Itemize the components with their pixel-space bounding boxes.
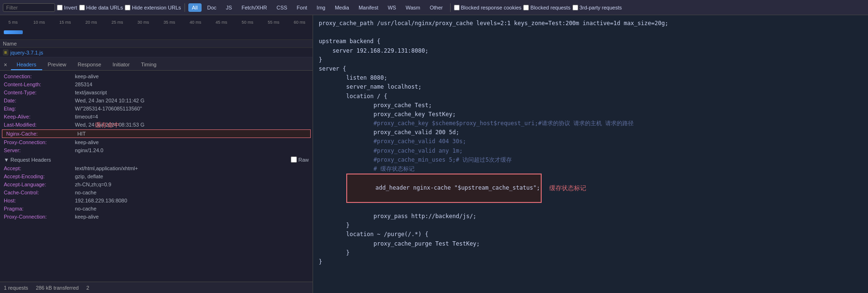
- cache-status-annotation: 缓存状态标记: [549, 183, 586, 193]
- tick-15ms: 15 ms: [52, 20, 78, 25]
- tab-timing[interactable]: Timing: [135, 60, 162, 70]
- hide-extension-urls-checkbox[interactable]: [125, 5, 130, 10]
- extra-count: 2: [86, 285, 89, 291]
- code-line-16: #proxy_cache_min_uses 5;# 访问超过5次才缓存: [319, 156, 862, 165]
- header-row-cache-control: Cache-Control: no-cache: [0, 189, 313, 197]
- transferred-size: 286 kB transferred: [36, 285, 79, 291]
- code-line-21: }: [319, 221, 862, 230]
- js-file-icon: ≡: [3, 49, 9, 55]
- file-name: jquery-3.7.1.js: [10, 50, 43, 55]
- hide-data-urls-checkbox[interactable]: [79, 5, 85, 10]
- raw-checkbox-container[interactable]: Raw: [291, 156, 309, 163]
- code-line-4: server 192.168.229.131:8080;: [319, 46, 862, 55]
- tick-20ms: 20 ms: [78, 20, 104, 25]
- code-line-11: proxy_cache_key TestKey;: [319, 110, 862, 119]
- timeline-bar: 5 ms 10 ms 15 ms 20 ms 25 ms 30 ms 35 ms…: [0, 15, 313, 40]
- code-line-25: }: [319, 257, 862, 266]
- toolbar: Invert Hide data URLs Hide extension URL…: [0, 0, 868, 15]
- name-column-header: Name: [0, 40, 313, 48]
- code-line-14: #proxy_cache_valid 404 30s;: [319, 137, 862, 146]
- header-row-proxy-connection: Proxy-Connection: keep-alive: [0, 138, 313, 146]
- code-line-8: server_name localhost;: [319, 82, 862, 92]
- tick-40ms: 40 ms: [182, 20, 208, 25]
- detail-panel: × Headers Preview Response Initiator Tim…: [0, 57, 313, 293]
- header-row-content-length: Content-Length: 285314: [0, 81, 313, 89]
- code-line-22: location ~ /purge(/.*) {: [319, 230, 862, 239]
- code-line-15: #proxy_cache_valid any 1m;: [319, 146, 862, 156]
- filter-input[interactable]: [3, 3, 55, 12]
- timeline-ticks: 5 ms 10 ms 15 ms 20 ms 25 ms 30 ms 35 ms…: [0, 15, 313, 25]
- request-count: 1 requests: [4, 285, 28, 291]
- header-row-keep-alive: Keep-Alive: timeout=4: [0, 113, 313, 121]
- tabs-bar: × Headers Preview Response Initiator Tim…: [0, 57, 313, 71]
- code-line-23: proxy_cache_purge Test TestKey;: [319, 239, 862, 248]
- blocked-response-checkbox[interactable]: [454, 5, 460, 10]
- tick-5ms: 5 ms: [0, 20, 26, 25]
- close-button[interactable]: ×: [0, 60, 11, 70]
- left-panel: 5 ms 10 ms 15 ms 20 ms 25 ms 30 ms 35 ms…: [0, 15, 313, 293]
- filter-btn-all[interactable]: All: [188, 3, 202, 12]
- invert-checkbox[interactable]: [57, 5, 63, 10]
- code-line-24: }: [319, 248, 862, 257]
- header-row-accept-encoding: Accept-Encoding: gzip, deflate: [0, 173, 313, 181]
- filter-btn-ws[interactable]: WS: [384, 3, 400, 12]
- filter-btn-css[interactable]: CSS: [273, 3, 291, 12]
- filter-btn-wasm[interactable]: Wasm: [402, 3, 424, 12]
- filter-btn-js[interactable]: JS: [222, 3, 236, 12]
- invert-checkbox-label[interactable]: Invert: [57, 5, 77, 10]
- code-line-18: add_header nginx-cache "$upstream_cache_…: [319, 174, 862, 203]
- blocked-requests-checkbox[interactable]: [523, 5, 529, 10]
- header-row-etag: Etag: W/"285314-1706085113560": [0, 105, 313, 113]
- tick-25ms: 25 ms: [104, 20, 130, 25]
- header-row-proxy-conn-req: Proxy-Connection: keep-alive: [0, 213, 313, 221]
- blocked-requests-label[interactable]: Blocked requests: [523, 5, 570, 10]
- highlighted-code-block: add_header nginx-cache "$upstream_cache_…: [346, 174, 542, 203]
- third-party-checkbox[interactable]: [573, 5, 578, 10]
- code-line-3: upstream backend {: [319, 37, 862, 46]
- request-headers-section: ▼ Request Headers Raw: [0, 155, 313, 165]
- raw-checkbox[interactable]: [291, 156, 297, 163]
- code-line-19: [319, 203, 862, 212]
- hide-data-urls-label[interactable]: Hide data URLs: [79, 5, 123, 10]
- tick-10ms: 10 ms: [26, 20, 52, 25]
- third-party-label[interactable]: 3rd-party requests: [573, 5, 622, 10]
- header-row-pragma: Pragma: no-cache: [0, 205, 313, 213]
- code-line-12: #proxy_cache_key $scheme$proxy_host$requ…: [319, 119, 862, 128]
- header-row-last-modified: Last-Modified: Wed, 24 Jan 2024 08:31:53…: [0, 121, 313, 129]
- filter-btn-img[interactable]: Img: [313, 3, 329, 12]
- code-line-7: listen 8080;: [319, 73, 862, 82]
- header-row-date: Date: Wed, 24 Jan 2024 10:11:42 G: [0, 97, 313, 105]
- cache-hit-annotation: 缓存命中: [95, 121, 120, 129]
- header-row-accept-language: Accept-Language: zh-CN,zh;q=0.9: [0, 181, 313, 189]
- filter-btn-font[interactable]: Font: [293, 3, 311, 12]
- tab-preview[interactable]: Preview: [42, 60, 72, 70]
- code-line-2: [319, 28, 862, 37]
- tick-45ms: 45 ms: [208, 20, 234, 25]
- headers-content: Connection: keep-alive Content-Length: 2…: [0, 71, 313, 282]
- tab-response[interactable]: Response: [72, 60, 107, 70]
- code-line-9: location / {: [319, 92, 862, 101]
- filter-btn-other[interactable]: Other: [426, 3, 447, 12]
- filter-btn-doc[interactable]: Doc: [203, 3, 221, 12]
- filter-btn-fetch-xhr[interactable]: Fetch/XHR: [238, 3, 271, 12]
- code-line-10: proxy_cache Test;: [319, 101, 862, 110]
- filter-btn-manifest[interactable]: Manifest: [355, 3, 382, 12]
- blocked-response-label[interactable]: Blocked response cookies: [454, 5, 522, 10]
- code-panel: proxy_cache_path /usr/local/nginx/proxy_…: [313, 15, 868, 293]
- filter-btn-media[interactable]: Media: [331, 3, 353, 12]
- list-item-jquery[interactable]: ≡ jquery-3.7.1.js: [0, 48, 313, 57]
- status-bar: 1 requests 286 kB transferred 2: [0, 282, 313, 293]
- tick-35ms: 35 ms: [157, 20, 183, 25]
- tick-50ms: 50 ms: [234, 20, 260, 25]
- code-line-17: # 缓存状态标记: [319, 165, 862, 174]
- divider-1: [185, 3, 185, 12]
- hide-extension-urls-label[interactable]: Hide extension URLs: [125, 5, 181, 10]
- tab-headers[interactable]: Headers: [11, 60, 42, 70]
- tab-initiator[interactable]: Initiator: [107, 60, 135, 70]
- header-row-accept: Accept: text/html,application/xhtml+: [0, 165, 313, 173]
- tick-55ms: 55 ms: [260, 20, 286, 25]
- code-line-13: proxy_cache_valid 200 5d;: [319, 128, 862, 137]
- header-row-server: Server: nginx/1.24.0: [0, 146, 313, 155]
- header-row-nginx-cache-highlighted: Nginx-Cache: HIT: [2, 129, 311, 138]
- code-line-5: }: [319, 55, 862, 64]
